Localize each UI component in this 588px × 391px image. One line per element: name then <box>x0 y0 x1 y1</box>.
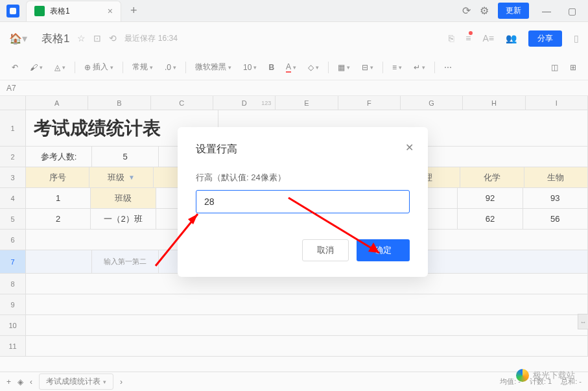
cancel-button[interactable]: 取消 <box>302 239 349 261</box>
dialog-label: 行高（默认值: 24像素） <box>196 172 410 184</box>
close-icon[interactable]: ✕ <box>405 141 414 154</box>
watermark: 极光下载站 <box>516 369 575 382</box>
watermark-icon <box>516 369 529 382</box>
watermark-text: 极光下载站 <box>533 370 575 381</box>
row-height-dialog: 设置行高 ✕ 行高（默认值: 24像素） 取消 确定 <box>178 127 428 277</box>
ok-button[interactable]: 确定 <box>357 239 410 261</box>
dialog-title: 设置行高 <box>196 143 410 156</box>
row-height-input[interactable] <box>196 190 410 213</box>
